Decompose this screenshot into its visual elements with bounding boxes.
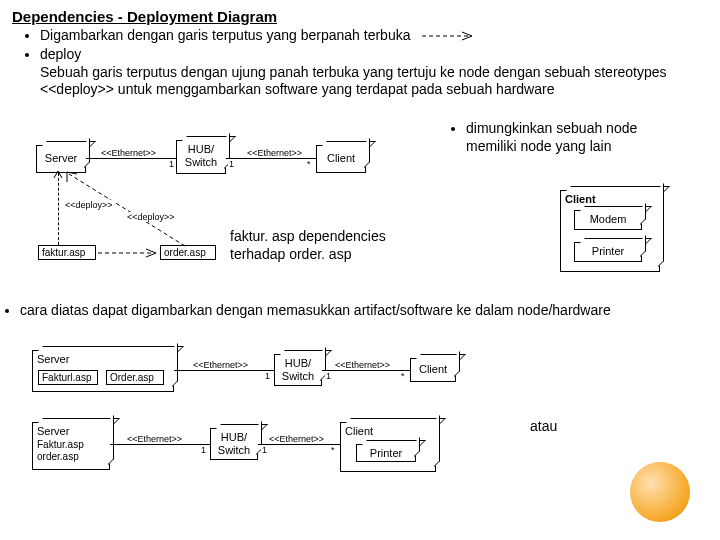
d3a-fakturl: Fakturl.asp [38,370,98,385]
d3b-m2: 1 [261,445,268,455]
d3a-l2 [322,370,410,371]
diagram-nested-client: Client Modem Printer [560,190,670,280]
nested-modem: Modem [574,210,642,230]
dependency-line [96,248,162,258]
mult-1b: 1 [228,159,235,169]
page-title: Dependencies - Deployment Diagram [12,8,708,25]
bullet-2: deploy Sebuah garis terputus dengan ujun… [40,46,708,99]
d3b-printer: Printer [356,444,416,462]
assoc-server-hub [86,158,176,159]
d3b-l1 [110,444,210,445]
deploy-label-2: <<deploy>> [126,212,176,222]
d3a-eth1: <<Ethernet>> [192,360,249,370]
nested-printer: Printer [574,242,642,262]
bullet-list: Digambarkan dengan garis terputus yang b… [12,27,708,99]
bullet-2-text: Sebuah garis terputus dengan ujung panah… [40,64,667,98]
bullet-bottom: cara diatas dapat digambarkan dengan mem… [20,302,680,320]
eth-label-2: <<Ethernet>> [246,148,303,158]
d3a-hub: HUB/ Switch [274,354,322,386]
d3a-client: Client [410,358,456,382]
arrow-icon [420,28,480,46]
d3a-l1 [174,370,274,371]
bullet-3-block: dimungkinkan sebuah node memiliki node y… [446,118,686,156]
d3a-order: Order.asp [106,370,164,385]
decorative-circle-icon [630,462,690,522]
deploy-label-1: <<deploy>> [64,200,114,210]
d3b-server: Server Faktur.asp order.asp [32,422,110,470]
assoc-hub-client [226,158,316,159]
svg-line-1 [69,174,185,246]
d3a-eth2: <<Ethernet>> [334,360,391,370]
d3b-m1: 1 [200,445,207,455]
atau-label: atau [530,418,557,436]
eth-label-1: <<Ethernet>> [100,148,157,158]
d3a-m2: 1 [325,371,332,381]
diagram-artifact-in-node: Server Fakturl.asp Order.asp HUB/ Switch… [32,350,462,410]
mult-star: * [306,159,312,169]
dependency-caption: faktur. asp dependencies terhadap order.… [230,228,440,263]
d3a-m1: 1 [264,371,271,381]
bullet-1-text: Digambarkan dengan garis terputus yang b… [40,27,410,43]
d3b-hub: HUB/ Switch [210,428,258,460]
deploy-line-faktur [58,173,59,245]
bullet-2-label: deploy [40,46,81,62]
bullet-1: Digambarkan dengan garis terputus yang b… [40,27,708,45]
diagram-artifact-text: Server Faktur.asp order.asp HUB/ Switch … [32,422,482,490]
d3b-m3: * [330,445,336,455]
bullet-3-text: dimungkinkan sebuah node memiliki node y… [466,120,686,155]
d3b-server-label: Server [37,425,69,437]
d3b-eth1: <<Ethernet>> [126,434,183,444]
d3b-faktur: Faktur.asp [37,439,84,450]
d3b-eth2: <<Ethernet>> [268,434,325,444]
d3a-m3: * [400,371,406,381]
d3b-l2 [258,444,340,445]
node-client: Client [316,145,366,173]
d3b-order: order.asp [37,451,79,462]
